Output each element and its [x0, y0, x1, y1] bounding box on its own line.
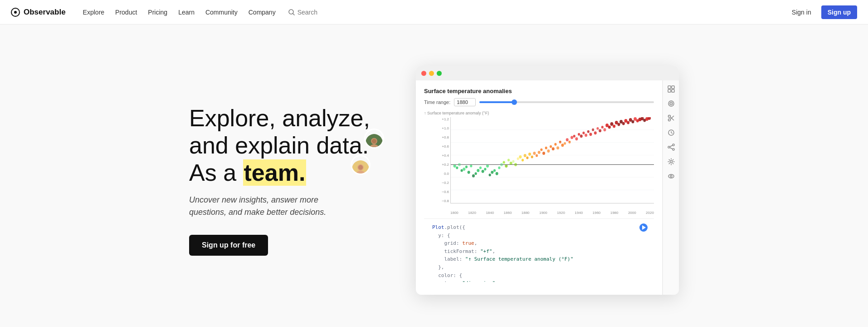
svg-point-55 — [554, 143, 556, 146]
svg-point-108 — [671, 103, 672, 104]
svg-point-17 — [465, 165, 468, 168]
search-button[interactable]: Search — [285, 7, 321, 18]
window-titlebar — [416, 66, 679, 80]
svg-point-11 — [358, 165, 363, 170]
code-line: Plot.plot({ — [432, 223, 646, 232]
nav-product[interactable]: Product — [111, 6, 141, 19]
svg-point-88 — [631, 120, 634, 123]
x-tick: 2020 — [646, 211, 654, 215]
svg-point-29 — [493, 169, 496, 172]
svg-rect-103 — [672, 86, 674, 89]
svg-point-23 — [479, 166, 482, 169]
svg-point-19 — [470, 164, 472, 167]
svg-point-21 — [475, 172, 477, 175]
svg-point-62 — [571, 136, 573, 139]
svg-point-39 — [517, 158, 519, 160]
svg-point-110 — [668, 115, 670, 118]
hero-section: Explore, analyze, and explain data. As a… — [0, 25, 868, 327]
x-tick: 1860 — [504, 211, 512, 215]
svg-point-117 — [668, 146, 670, 148]
share-icon — [668, 144, 675, 151]
svg-point-57 — [559, 141, 561, 144]
svg-point-70 — [589, 133, 592, 136]
svg-point-24 — [482, 170, 484, 173]
y-tick: +0.6 — [442, 144, 450, 149]
svg-point-61 — [568, 141, 571, 144]
code-line: }, — [432, 263, 646, 272]
svg-point-54 — [552, 147, 555, 150]
logo-icon — [11, 8, 20, 17]
svg-point-116 — [673, 144, 674, 146]
svg-point-58 — [561, 144, 564, 147]
toolbar-icon-7[interactable] — [667, 172, 675, 180]
time-range-input[interactable] — [454, 98, 476, 106]
svg-point-48 — [538, 151, 541, 154]
svg-point-41 — [522, 159, 524, 162]
code-line: tickFormat: "+f", — [432, 248, 646, 256]
svg-point-16 — [463, 168, 465, 171]
grid-icon — [668, 85, 675, 93]
svg-point-22 — [477, 169, 479, 172]
toolbar-icon-1[interactable] — [667, 85, 675, 93]
svg-point-75 — [601, 126, 604, 129]
code-line: label: "↑ Surface temperature anomaly (°… — [432, 255, 646, 263]
svg-point-122 — [668, 174, 674, 178]
target-icon — [668, 100, 675, 107]
x-tick: 1920 — [557, 211, 565, 215]
nav-community[interactable]: Community — [201, 6, 242, 19]
clock-icon — [668, 129, 675, 136]
nav-pricing[interactable]: Pricing — [143, 6, 172, 19]
hero-title-line1: Explore, analyze, — [189, 105, 370, 131]
nav-learn[interactable]: Learn — [174, 6, 199, 19]
svg-point-33 — [503, 161, 505, 164]
y-tick: +0.4 — [442, 154, 450, 158]
svg-point-1 — [14, 11, 17, 14]
settings-icon — [668, 158, 675, 165]
logo[interactable]: Observable — [11, 8, 66, 17]
svg-rect-105 — [672, 89, 674, 92]
hero-subtitle: Uncover new insights, answer more questi… — [189, 194, 343, 218]
signup-button[interactable]: Sign up — [821, 5, 857, 19]
svg-point-27 — [489, 173, 491, 176]
signin-button[interactable]: Sign in — [787, 6, 816, 19]
scatter-dots — [451, 117, 654, 203]
y-tick: −0.8 — [442, 199, 450, 203]
logo-text: Observable — [24, 8, 66, 17]
time-range-slider[interactable] — [479, 101, 654, 103]
hero-title: Explore, analyze, and explain data. As a… — [189, 105, 380, 186]
svg-point-50 — [542, 152, 545, 155]
nav-links: Explore Product Pricing Learn Community … — [78, 6, 280, 19]
time-range-control: Time range: — [424, 98, 654, 106]
nav-company[interactable]: Company — [244, 6, 280, 19]
eye-icon — [668, 173, 675, 180]
svg-point-46 — [533, 152, 536, 155]
notebook-body: Surface temperature anomalies Time range… — [416, 80, 679, 295]
svg-point-53 — [550, 145, 552, 148]
search-icon — [288, 9, 295, 15]
code-line: grid: true, — [432, 239, 646, 248]
toolbar-icon-6[interactable] — [667, 158, 675, 166]
svg-point-15 — [461, 169, 463, 172]
svg-point-63 — [573, 135, 575, 138]
svg-point-68 — [585, 134, 587, 137]
toolbar-icon-4[interactable] — [667, 129, 675, 137]
x-tick: 1840 — [486, 211, 494, 215]
svg-rect-104 — [668, 89, 671, 92]
avatar-face-1 — [366, 134, 383, 149]
toolbar-icon-5[interactable] — [667, 143, 675, 151]
y-tick: −0.6 — [442, 190, 450, 194]
svg-point-56 — [556, 146, 559, 149]
toolbar-icon-2[interactable] — [667, 99, 675, 108]
scatter-chart: +1.2 +1.0 +0.8 +0.6 +0.4 +0.2 0.0 −0.2 −… — [450, 117, 654, 203]
svg-point-72 — [594, 131, 597, 134]
x-tick: 1980 — [610, 211, 619, 215]
svg-point-64 — [575, 137, 578, 140]
x-tick: 1820 — [468, 211, 476, 215]
nav-explore[interactable]: Explore — [78, 6, 109, 19]
navbar: Observable Explore Product Pricing Learn… — [0, 0, 868, 25]
svg-point-109 — [668, 119, 670, 121]
toolbar-icon-3[interactable] — [667, 114, 675, 122]
cta-button[interactable]: Sign up for free — [189, 235, 268, 256]
notebook-window: Surface temperature anomalies Time range… — [416, 66, 679, 295]
run-button[interactable] — [639, 223, 648, 232]
